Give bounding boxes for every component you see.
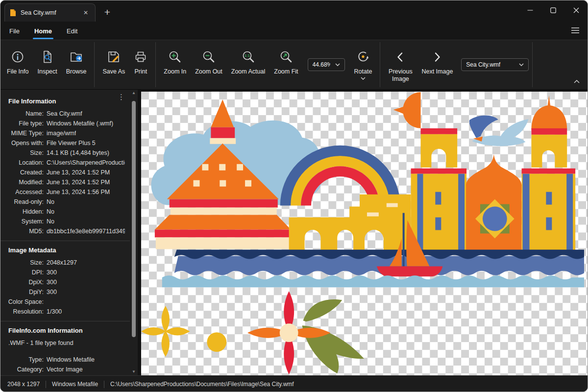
info-row: Size:2048x1297 <box>0 258 138 268</box>
collapse-ribbon-button[interactable] <box>574 76 580 85</box>
previous-image-button[interactable]: Previous Image <box>384 40 417 89</box>
button-label: Save As <box>102 68 125 75</box>
tab-title: Sea City.wmf <box>21 9 77 16</box>
section-divider <box>0 321 130 321</box>
image-viewport[interactable] <box>141 92 588 375</box>
zoom-in-icon <box>168 50 182 64</box>
info-sidebar: ⋮ File Information Name:Sea City.wmf Fil… <box>0 90 138 375</box>
inspect-document-icon <box>41 50 54 64</box>
info-row: Hidden:No <box>0 207 138 217</box>
save-as-button[interactable]: Save As <box>98 40 129 89</box>
info-row: Accessed:June 13, 2024 1:56 PM <box>0 187 138 197</box>
scroll-down-icon[interactable]: ▼ <box>131 369 136 374</box>
sidebar-scrollbar[interactable]: ▲ ▼ <box>131 91 136 374</box>
browse-folder-icon <box>70 50 83 64</box>
hamburger-menu-button[interactable] <box>570 25 581 38</box>
info-row: Type:Windows Metafile <box>0 355 138 365</box>
save-icon <box>107 50 121 64</box>
tab-close-icon[interactable]: ✕ <box>81 8 90 17</box>
new-tab-button[interactable]: + <box>100 5 115 20</box>
info-row: Location:C:\Users\SharpenedProductio… <box>0 158 138 168</box>
toolbar-ribbon: File Info Inspect Browse <box>0 40 588 90</box>
button-label: Browse <box>66 68 87 75</box>
info-row: MD5:db1bbc1fe3e8eb999711d349c… <box>0 226 138 236</box>
zoom-fit-icon <box>279 50 293 64</box>
toolbar-divider <box>155 42 156 87</box>
zoom-out-icon <box>202 50 216 64</box>
info-row: DPI:300 <box>0 268 138 277</box>
info-row: System:No <box>0 217 138 226</box>
section-divider <box>0 241 130 241</box>
chevron-up-icon <box>574 80 580 83</box>
button-label: Zoom Fit <box>274 68 298 75</box>
statusbar-divider <box>104 381 104 388</box>
close-icon <box>573 7 579 13</box>
menubar: File Home Edit <box>0 22 588 40</box>
document-tab[interactable]: Sea City.wmf ✕ <box>4 3 96 22</box>
zoom-level-select[interactable]: 44.68% <box>308 58 345 71</box>
section-title: File Information <box>0 97 138 106</box>
menu-file[interactable]: File <box>9 26 20 36</box>
maximize-icon <box>550 7 556 13</box>
print-button[interactable]: Print <box>129 40 152 89</box>
button-label: Print <box>134 68 147 75</box>
close-button[interactable] <box>564 0 588 20</box>
file-icon <box>10 9 16 17</box>
chevron-left-icon <box>393 50 407 64</box>
menu-home[interactable]: Home <box>34 26 52 36</box>
button-label: Zoom Out <box>195 68 222 75</box>
file-info-button[interactable]: File Info <box>2 40 33 89</box>
zoom-in-button[interactable]: Zoom In <box>159 40 191 89</box>
content-area: ⋮ File Information Name:Sea City.wmf Fil… <box>0 90 588 375</box>
info-row: Read-only:No <box>0 197 138 207</box>
hamburger-icon <box>570 25 581 36</box>
file-format: Windows Metafile <box>52 381 98 388</box>
browse-button[interactable]: Browse <box>62 40 91 89</box>
info-row: File type:Windows Metafile (.wmf) <box>0 119 138 128</box>
chevron-down-icon <box>519 63 524 66</box>
button-label: Rotate <box>354 68 372 75</box>
toolbar-divider <box>94 42 95 87</box>
minimize-button[interactable] <box>518 0 541 20</box>
star-ornament-center <box>483 207 507 231</box>
chevron-down-icon <box>335 63 340 66</box>
info-row: DpiY:300 <box>0 287 138 297</box>
sea-city-artwork <box>141 92 588 375</box>
zoom-level-value: 44.68% <box>313 61 330 68</box>
fileinfo-subtitle: .WMF - 1 file type found <box>0 338 138 348</box>
image-file-select[interactable]: Sea City.wmf <box>461 58 529 71</box>
kebab-menu-icon[interactable]: ⋮ <box>118 94 125 100</box>
maximize-button[interactable] <box>541 0 564 20</box>
next-image-button[interactable]: Next Image <box>417 40 457 89</box>
rotate-button[interactable]: Rotate <box>350 40 377 89</box>
zoom-actual-button[interactable]: 1:1 Zoom Actual <box>227 40 270 89</box>
info-row: Popularity:★ ★ ★ ☆ ☆ <box>0 374 138 375</box>
button-label: Zoom Actual <box>231 68 265 75</box>
info-row: Name:Sea City.wmf <box>0 109 138 119</box>
inspect-button[interactable]: Inspect <box>33 40 61 89</box>
popularity-stars: ★ ★ ★ ☆ ☆ <box>47 374 81 375</box>
info-row: Color Space: <box>0 297 138 307</box>
svg-text:1:1: 1:1 <box>245 53 250 58</box>
scrollbar-thumb[interactable] <box>132 101 136 337</box>
menu-edit[interactable]: Edit <box>67 26 77 36</box>
info-row: Resolution:1/300 <box>0 307 138 317</box>
print-icon <box>134 50 147 64</box>
section-title: FileInfo.com Information <box>0 326 138 336</box>
app-window: Sea City.wmf ✕ + File Home Edit <box>0 0 588 392</box>
info-row: Opens with:File Viewer Plus 5 <box>0 138 138 148</box>
toolbar-divider <box>532 42 533 87</box>
button-label: File Info <box>7 68 28 75</box>
section-title: Image Metadata <box>0 245 138 255</box>
button-label: Zoom In <box>164 68 186 75</box>
zoom-fit-button[interactable]: Zoom Fit <box>270 40 302 89</box>
info-row: Created:June 13, 2024 1:52 PM <box>0 168 138 177</box>
info-row: DpiX:300 <box>0 277 138 287</box>
zoom-actual-icon: 1:1 <box>242 50 255 64</box>
button-label: Inspect <box>37 68 57 75</box>
scroll-up-icon[interactable]: ▲ <box>131 91 136 96</box>
image-file-value: Sea City.wmf <box>466 61 514 68</box>
chevron-right-icon <box>430 50 444 64</box>
rotate-icon <box>356 50 370 64</box>
zoom-out-button[interactable]: Zoom Out <box>191 40 227 89</box>
